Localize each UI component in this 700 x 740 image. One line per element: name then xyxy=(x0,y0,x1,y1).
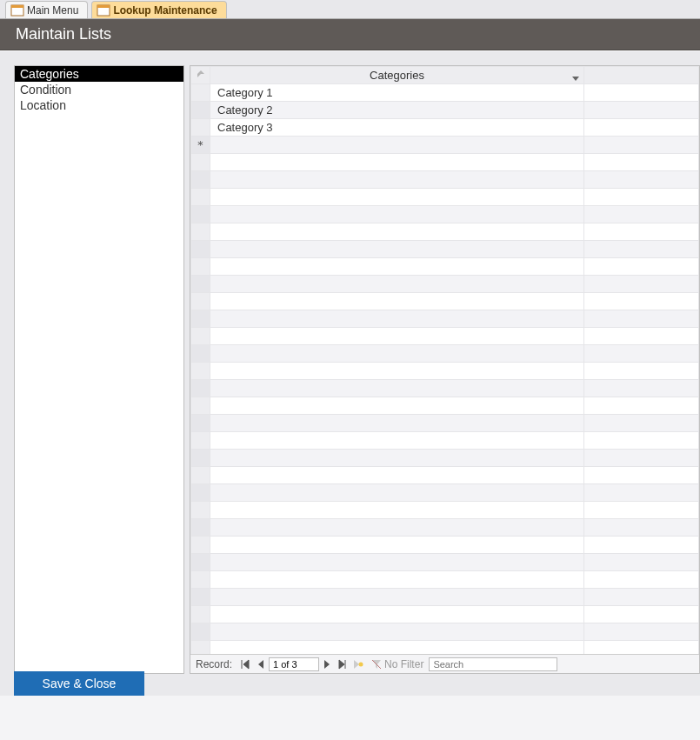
tab-label: Lookup Maintenance xyxy=(113,4,217,17)
nav-prev-button[interactable] xyxy=(253,657,269,672)
nav-first-button[interactable] xyxy=(237,657,253,672)
workspace: Categories Condition Location Categories xyxy=(0,50,700,696)
cell[interactable]: Category 2 xyxy=(210,102,584,119)
title-bar: Maintain Lists xyxy=(0,19,700,50)
table-row[interactable]: Category 3 xyxy=(191,119,699,137)
cell[interactable]: Category 3 xyxy=(210,119,584,137)
page-title: Maintain Lists xyxy=(16,25,111,43)
datasheet: Categories Category 1 xyxy=(190,65,700,674)
column-header-categories[interactable]: Categories xyxy=(210,67,584,84)
tab-label: Main Menu xyxy=(27,4,78,17)
column-dropdown-icon[interactable] xyxy=(571,71,580,80)
nav-next-button[interactable] xyxy=(319,657,335,672)
row-selector[interactable] xyxy=(191,84,210,102)
form-icon xyxy=(97,5,110,16)
svg-point-4 xyxy=(359,662,363,666)
nav-new-button[interactable] xyxy=(350,657,366,672)
row-selector[interactable] xyxy=(191,119,210,137)
svg-rect-1 xyxy=(11,5,23,8)
cell[interactable]: Category 1 xyxy=(210,84,584,102)
record-navigator: Record: No Filter xyxy=(190,654,699,673)
form-icon xyxy=(11,5,23,16)
save-and-close-button[interactable]: Save & Close xyxy=(14,671,144,696)
listbox-item-location[interactable]: Location xyxy=(15,97,183,113)
table-row[interactable]: Category 1 xyxy=(191,84,699,102)
tab-main-menu[interactable]: Main Menu xyxy=(5,1,88,18)
new-record-row[interactable]: * xyxy=(191,137,699,154)
datasheet-body[interactable]: Categories Category 1 xyxy=(190,66,699,654)
header-row: Categories xyxy=(191,67,699,84)
panels: Categories Condition Location Categories xyxy=(14,65,700,674)
record-position-input[interactable] xyxy=(269,657,319,671)
tab-lookup-maintenance[interactable]: Lookup Maintenance xyxy=(91,1,226,18)
new-record-marker: * xyxy=(191,137,210,154)
nav-last-button[interactable] xyxy=(335,657,350,672)
list-box[interactable]: Categories Condition Location xyxy=(14,65,184,674)
funnel-icon xyxy=(371,659,382,670)
cell[interactable] xyxy=(210,137,584,154)
datasheet-table: Categories Category 1 xyxy=(190,66,699,654)
record-label: Record: xyxy=(190,658,237,670)
svg-rect-3 xyxy=(97,5,110,8)
filter-indicator[interactable]: No Filter xyxy=(371,658,423,670)
table-row[interactable]: Category 2 xyxy=(191,102,699,119)
listbox-item-condition[interactable]: Condition xyxy=(15,82,183,97)
select-all-cell[interactable] xyxy=(191,67,210,84)
search-input[interactable] xyxy=(429,657,557,671)
row-selector[interactable] xyxy=(191,102,210,119)
tab-strip: Main Menu Lookup Maintenance xyxy=(0,0,700,19)
column-spacer xyxy=(584,67,699,84)
listbox-item-categories[interactable]: Categories xyxy=(15,66,183,82)
